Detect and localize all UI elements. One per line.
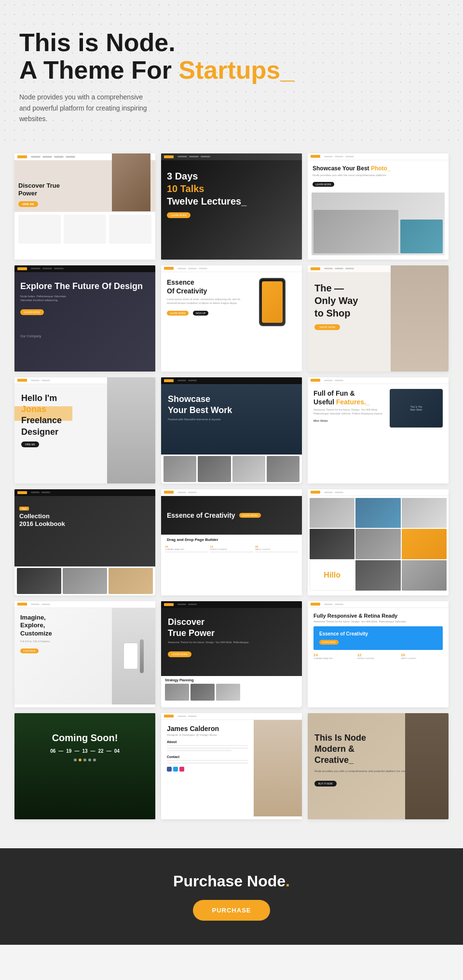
strategy-label: Strategy Planning	[165, 678, 298, 682]
grid-img-text: Hillo	[310, 560, 354, 591]
logo-icon	[311, 155, 320, 158]
cv-contact-label: Contact	[167, 755, 248, 759]
nav-item	[41, 380, 50, 381]
card-btn-5a[interactable]: LEARN MORE	[167, 311, 189, 316]
blue-box-btn[interactable]: PURCHASE	[319, 640, 339, 645]
nav-bar-10	[14, 489, 155, 496]
nav-item	[66, 156, 75, 158]
card-btn-4[interactable]: LEARN MORE	[20, 309, 44, 315]
nav-item	[324, 604, 333, 605]
card-btn-7[interactable]: HIRE ME	[21, 442, 39, 447]
footer-title-text: Purchase Node	[173, 872, 286, 890]
card-only-way-shop[interactable]: The —Only Wayto Shop SHOP NOW	[308, 265, 449, 372]
stat-bar	[255, 552, 298, 552]
card-coming-soon[interactable]: Coming Soon! 06 — 19 — 13 — 22 — 04	[14, 713, 155, 819]
card-content-8: ShowcaseYour Best Work Packed with Beaut…	[161, 384, 302, 457]
card-portfolio-grid[interactable]: Hillo	[308, 489, 449, 595]
card-btn-13[interactable]: CONTINUE	[20, 649, 39, 653]
card-btn-2[interactable]: LEARN MORE	[167, 212, 191, 218]
logo-icon	[311, 603, 320, 606]
countdown-hours: 19	[66, 748, 71, 754]
card-explore-design[interactable]: Explore The Future Of Design Node helps.…	[14, 265, 155, 372]
stats-11: 24 COMPANY ANALYSIS 12 PERFECT DESIGN 26…	[161, 543, 302, 554]
card-drag-drop[interactable]: Essence of Creativity LEARN MORE Drag an…	[161, 489, 302, 595]
card-content-15: Fully Responsive & Retina Ready Awesome …	[308, 608, 449, 665]
card-btn-11[interactable]: LEARN MORE	[239, 513, 261, 518]
card-title-14: DiscoverTrue Power	[168, 617, 295, 639]
card-btn[interactable]: HIRE ME	[18, 201, 38, 207]
footer-dot: .	[286, 872, 290, 890]
card-btn-3[interactable]: LEARN MORE	[313, 182, 334, 187]
stat-label-15-2: PERFECT DESIGN	[357, 657, 399, 660]
card-showcase-work[interactable]: ShowcaseYour Best Work Packed with Beaut…	[161, 377, 302, 483]
strategy-area: Strategy Planning	[161, 676, 302, 707]
card-lookbook[interactable]: New Collection2016 Lookbook	[14, 489, 155, 595]
card-content-16: Coming Soon! 06 — 19 — 13 — 22 — 04	[14, 713, 155, 768]
photo-area	[312, 193, 445, 255]
hero-area-11: Essence of Creativity LEARN MORE	[161, 496, 302, 535]
stat-num-15-3: 26	[401, 653, 443, 657]
countdown-secs: 22	[98, 748, 104, 754]
logo-icon	[164, 603, 174, 606]
card-imagine-explore[interactable]: Imagine,Explore,Customize Full of Fun. F…	[14, 601, 155, 707]
purchase-button[interactable]: PURCHASE	[193, 900, 271, 921]
nav-item	[54, 268, 64, 269]
countdown-sep2: —	[74, 748, 79, 754]
card-sub-13: Full of Fun. Full of Features.	[20, 640, 106, 643]
nav-item	[188, 492, 197, 493]
card-responsive[interactable]: Fully Responsive & Retina Ready Awesome …	[308, 601, 449, 707]
card-title-18: This Is NodeModern &Creative_	[314, 732, 442, 766]
logo-icon	[164, 379, 174, 382]
hero-title-line2a: A Theme For	[19, 56, 178, 84]
card-sub-14: Awesome Theme for the future. Design. Yo…	[168, 641, 295, 645]
nav-bar-5	[161, 265, 302, 272]
logo-icon	[17, 267, 27, 270]
nav-item	[42, 156, 52, 158]
logo-icon	[311, 379, 320, 382]
card-content-9: Full of Fun &Useful Features._ Awesome T…	[308, 384, 449, 430]
grid-section: Discover TruePower HIRE ME	[0, 144, 463, 848]
card-content-14: DiscoverTrue Power Awesome Theme for the…	[161, 608, 302, 662]
nav-item	[188, 716, 197, 717]
card-btn-5b[interactable]: SIGN UP	[193, 311, 209, 316]
stat-15-1: 24 COMPANY ANALYSIS	[313, 653, 355, 660]
card-features[interactable]: Full of Fun &Useful Features._ Awesome T…	[308, 377, 449, 483]
nav-item	[324, 492, 333, 493]
card-sub-4: Node helps. Pellentesque ValuntateValunt…	[20, 294, 150, 303]
card-btn-14[interactable]: LEARN MORE	[168, 651, 191, 657]
card-3days-talks[interactable]: 3 Days10 TalksTwelve Lectures_ LEARN MOR…	[161, 153, 302, 260]
dots-row	[21, 759, 149, 761]
hero-section: This is Node. A Theme For Startups_ Node…	[0, 0, 463, 144]
card-content-2: 3 Days10 TalksTwelve Lectures_ LEARN MOR…	[161, 160, 302, 228]
card-discover-true-power[interactable]: Discover TruePower HIRE ME	[14, 153, 155, 260]
card-btn-18[interactable]: BUY IT NOW	[314, 781, 337, 787]
strategy-thumb-2	[191, 684, 215, 701]
nav-item	[177, 268, 186, 269]
facebook-icon	[167, 767, 172, 772]
card-content-7: Hello I'mJonasFreelanceDesigner HIRE ME	[14, 384, 155, 456]
nav-item	[31, 380, 40, 381]
card-sub-15: Awesome Theme for the future. Design. Yo…	[313, 620, 443, 624]
thumbnails-10	[14, 566, 155, 595]
card-btn-6[interactable]: SHOP NOW	[314, 324, 340, 330]
stat-15-3: 26 HAPPY CLIENTS	[401, 653, 443, 660]
card-desc-5: Lorem ipsum dolor sit amet, consectetur …	[167, 298, 243, 305]
card-jonas-freelancer[interactable]: Hello I'mJonasFreelanceDesigner HIRE ME	[14, 377, 155, 483]
thumb-shoes	[63, 568, 107, 594]
card-discover-power[interactable]: DiscoverTrue Power Awesome Theme for the…	[161, 601, 302, 707]
thumb-person	[109, 568, 153, 594]
countdown-mins: 13	[82, 748, 87, 754]
phone-small	[123, 643, 138, 669]
card-right-13	[112, 608, 155, 704]
nav-item	[177, 716, 186, 717]
footer-title: Purchase Node.	[19, 872, 444, 890]
logo-icon	[17, 491, 27, 494]
card-showcase-photo[interactable]: Showcase Your Best Photo_ Node provides …	[308, 153, 449, 260]
card-essence-creativity[interactable]: EssenceOf Creativity Lorem ipsum dolor s…	[161, 265, 302, 372]
card-james-calderon[interactable]: James Calderon Designer & Developer @ De…	[161, 713, 302, 819]
card-node-creative[interactable]: This Is NodeModern &Creative_ Node provi…	[308, 713, 449, 819]
countdown-sep4: —	[107, 748, 111, 754]
card-body	[14, 212, 155, 260]
nav-bar-13	[14, 601, 155, 608]
nav-bar-15	[308, 601, 449, 608]
